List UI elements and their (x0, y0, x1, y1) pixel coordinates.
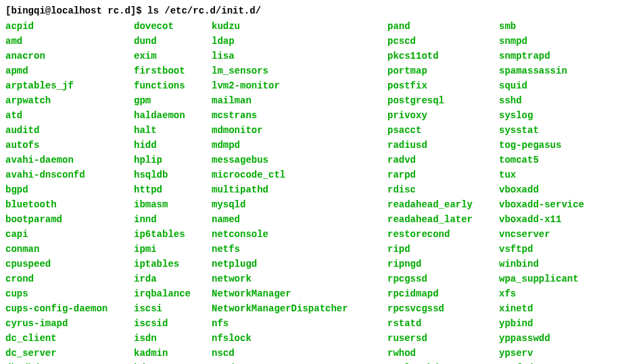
file-entry: radvd (387, 153, 499, 167)
file-entry: kdump (134, 361, 212, 364)
file-entry: rwhod (387, 346, 499, 361)
file-entry: httpd (134, 182, 212, 197)
file-entry: ldap (212, 34, 387, 49)
file-entry: arptables_jf (5, 78, 134, 93)
file-entry: lm_sensors (212, 63, 387, 78)
file-entry: mdmpd (212, 138, 387, 153)
file-entry: nfslock (212, 331, 387, 346)
file-entry: conman (5, 242, 134, 257)
file-entry: multipathd (212, 182, 387, 197)
file-entry: iscsid (134, 316, 212, 331)
file-entry: messagebus (212, 153, 387, 167)
listing-column-3: kudzuldaplisalm_sensorslvm2-monitormailm… (212, 19, 387, 364)
file-entry: nfs (212, 316, 387, 331)
file-entry: isdn (134, 331, 212, 346)
file-entry: snmptrapd (499, 49, 611, 63)
file-entry: pand (387, 19, 499, 34)
file-entry: halt (134, 123, 212, 138)
file-entry: netplugd (212, 257, 387, 271)
file-entry: ypserv (499, 346, 611, 361)
file-entry: xfs (499, 286, 611, 301)
file-entry: pcscd (387, 34, 499, 49)
file-entry: haldaemon (134, 108, 212, 123)
file-entry: wpa_supplicant (499, 271, 611, 286)
file-entry: avahi-daemon (5, 153, 134, 167)
file-entry: named (212, 212, 387, 227)
file-entry: auditd (5, 123, 134, 138)
file-entry: postfix (387, 78, 499, 93)
file-entry: netconsole (212, 227, 387, 242)
file-entry: sysstat (499, 123, 611, 138)
file-entry: privoxy (387, 108, 499, 123)
file-entry: ypxfrd (499, 361, 611, 364)
file-entry: avahi-dnsconfd (5, 167, 134, 182)
file-entry: atd (5, 108, 134, 123)
file-entry: functions (134, 78, 212, 93)
file-entry: snmpd (499, 34, 611, 49)
file-entry: cpuspeed (5, 257, 134, 271)
file-entry: squid (499, 78, 611, 93)
file-entry: tomcat5 (499, 153, 611, 167)
file-entry: ripd (387, 242, 499, 257)
directory-listing: acpidamdanacronapmdarptables_jfarpwatcha… (5, 19, 613, 364)
file-entry: autofs (5, 138, 134, 153)
file-entry: bluetooth (5, 197, 134, 212)
file-entry: ntpd (212, 361, 387, 364)
file-entry: bootparamd (5, 212, 134, 227)
file-entry: vboxadd-x11 (499, 212, 611, 227)
file-entry: mysqld (212, 197, 387, 212)
file-entry: hidd (134, 138, 212, 153)
listing-column-1: acpidamdanacronapmdarptables_jfarpwatcha… (5, 19, 134, 364)
terminal-prompt: [bingqi@localhost rc.d]$ ls /etc/rc.d/in… (5, 5, 613, 16)
file-entry: hsqldb (134, 167, 212, 182)
file-entry: apmd (5, 63, 134, 78)
file-entry: irda (134, 271, 212, 286)
file-entry: gpm (134, 93, 212, 108)
file-entry: mailman (212, 93, 387, 108)
file-entry: ip6tables (134, 227, 212, 242)
file-entry: xinetd (499, 301, 611, 316)
file-entry: hplip (134, 153, 212, 167)
file-entry: spamassassin (499, 63, 611, 78)
file-entry: capi (5, 227, 134, 242)
file-entry: arpwatch (5, 93, 134, 108)
file-entry: ibmasm (134, 197, 212, 212)
file-entry: vboxadd-service (499, 197, 611, 212)
file-entry: yppasswdd (499, 331, 611, 346)
file-entry: rpcgssd (387, 271, 499, 286)
file-entry: dhcdbd (5, 361, 134, 364)
file-entry: cups-config-daemon (5, 301, 134, 316)
file-entry: kadmin (134, 346, 212, 361)
file-entry: ripngd (387, 257, 499, 271)
file-entry: readahead_later (387, 212, 499, 227)
file-entry: syslog (499, 108, 611, 123)
file-entry: vboxadd (499, 182, 611, 197)
file-entry: innd (134, 212, 212, 227)
file-entry: cups (5, 286, 134, 301)
file-entry: NetworkManagerDispatcher (212, 301, 387, 316)
file-entry: rarpd (387, 167, 499, 182)
file-entry: psacct (387, 123, 499, 138)
file-entry: mdmonitor (212, 123, 387, 138)
file-entry: smb (499, 19, 611, 34)
file-entry: dund (134, 34, 212, 49)
file-entry: firstboot (134, 63, 212, 78)
file-entry: portmap (387, 63, 499, 78)
listing-column-4: pandpcscdpkcs11otdportmappostfixpostgres… (387, 19, 499, 364)
file-entry: tog-pegasus (499, 138, 611, 153)
file-entry: network (212, 271, 387, 286)
file-entry: rusersd (387, 331, 499, 346)
file-entry: bgpd (5, 182, 134, 197)
file-entry: rdisc (387, 182, 499, 197)
file-entry: rpcidmapd (387, 286, 499, 301)
file-entry: exim (134, 49, 212, 63)
file-entry: ipmi (134, 242, 212, 257)
file-entry: microcode_ctl (212, 167, 387, 182)
file-entry: dc_server (5, 346, 134, 361)
file-entry: vncserver (499, 227, 611, 242)
file-entry: acpid (5, 19, 134, 34)
file-entry: readahead_early (387, 197, 499, 212)
file-entry: lvm2-monitor (212, 78, 387, 93)
file-entry: restorecond (387, 227, 499, 242)
file-entry: tux (499, 167, 611, 182)
